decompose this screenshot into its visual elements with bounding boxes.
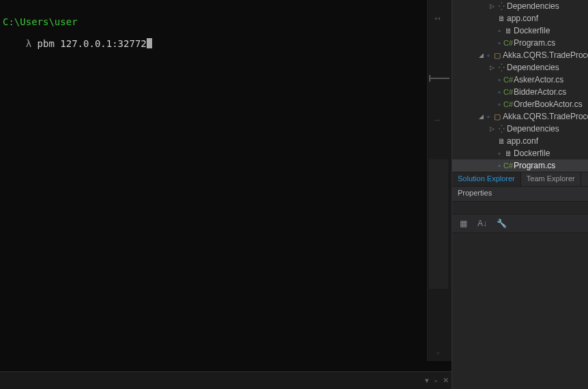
source-control-icon: ◦ [496, 100, 503, 108]
chevron-icon[interactable]: ◢ [477, 113, 485, 120]
panel-dropdown-icon[interactable]: ▾ [422, 376, 432, 385]
properties-header: Properties [452, 187, 588, 202]
solution-explorer-tree[interactable]: ▷⁛Dependencies🗎app.conf◦🗎Dockerfile◦C#Pr… [452, 0, 588, 172]
tree-item-label: Dependencies [507, 63, 588, 72]
tree-item-label: app.conf [507, 14, 588, 23]
cs-icon: C# [503, 100, 514, 108]
doc-icon: 🗎 [496, 137, 507, 145]
panel-pin-icon[interactable]: ▫ [432, 377, 440, 385]
source-control-icon: ◦ [496, 149, 503, 157]
chevron-icon[interactable]: ▷ [488, 125, 496, 132]
alphabetical-icon[interactable]: A↓ [475, 217, 489, 230]
tree-item-label: BidderActor.cs [514, 87, 588, 97]
doc-icon: 🗎 [503, 27, 514, 35]
cs-icon: C# [503, 88, 514, 96]
side-tab[interactable]: Solution Explorer [452, 172, 521, 186]
source-control-icon: ◦ [485, 112, 492, 121]
ref-icon: ⁛ [496, 2, 507, 11]
tree-item[interactable]: ◦C#AskerActor.cs [452, 74, 588, 86]
minimap-scroll-down-icon[interactable]: ⌄ [436, 347, 441, 356]
tree-item-label: Akka.CQRS.TradeProces [503, 112, 588, 121]
doc-icon: 🗎 [496, 14, 507, 22]
ref-icon: ⁛ [496, 125, 507, 134]
tree-item-label: OrderBookActor.cs [514, 99, 588, 109]
tree-item[interactable]: ◦C#BidderActor.cs [452, 86, 588, 98]
terminal[interactable]: C:\Users\user λ pbm 127.0.0.1:32772 ↤ — … [0, 0, 452, 389]
tree-item[interactable]: 🗎app.conf [452, 135, 588, 147]
properties-toolbar: ▦ A↓ 🔧 [452, 214, 588, 233]
minimap-marker-bracket [429, 78, 450, 82]
tree-item-label: Program.cs [514, 38, 588, 48]
tree-item-label: app.conf [507, 136, 588, 146]
doc-icon: 🗎 [503, 149, 514, 157]
chevron-icon[interactable]: ▷ [488, 3, 496, 10]
tree-item[interactable]: ▷⁛Dependencies [452, 0, 588, 12]
source-control-icon: ◦ [496, 27, 503, 35]
chevron-icon[interactable]: ◢ [477, 52, 485, 59]
cs-icon: C# [503, 76, 514, 84]
tree-item[interactable]: ◦🗎Dockerfile [452, 147, 588, 159]
tree-item[interactable]: ▷⁛Dependencies [452, 61, 588, 74]
tree-item-label: Dockerfile [514, 149, 588, 158]
wrench-icon[interactable]: 🔧 [495, 217, 508, 230]
tree-item[interactable]: ◢◦▢Akka.CQRS.TradeProces [452, 110, 588, 123]
chevron-icon[interactable]: ▷ [488, 64, 496, 71]
tree-item[interactable]: 🗎app.conf [452, 12, 588, 25]
minimap-marker-line: — [435, 114, 440, 125]
tree-item-label: Akka.CQRS.TradeProces [503, 50, 588, 60]
tree-item-label: Dependencies [507, 124, 588, 134]
cursor [147, 38, 152, 48]
tree-item[interactable]: ◦🗎Dockerfile [452, 25, 588, 37]
source-control-icon: ◦ [485, 51, 492, 59]
tree-item[interactable]: ▷⁛Dependencies [452, 123, 588, 135]
cs-icon: C# [503, 39, 514, 47]
source-control-icon: ◦ [496, 76, 503, 84]
tree-item-label: AskerActor.cs [514, 75, 588, 84]
side-panel: ▷⁛Dependencies🗎app.conf◦🗎Dockerfile◦C#Pr… [452, 0, 588, 389]
proj-icon: ▢ [492, 51, 503, 60]
output-panel-titlebar: ▾ ▫ ✕ [0, 371, 452, 389]
side-tab[interactable]: Team Explorer [521, 172, 581, 186]
tree-item-label: Dockerfile [514, 26, 588, 35]
tree-item-label: Dependencies [507, 1, 588, 11]
categorized-icon[interactable]: ▦ [456, 217, 470, 230]
tree-item-label: Program.cs [514, 161, 588, 170]
prompt-symbol: λ [26, 38, 31, 49]
ref-icon: ⁛ [496, 63, 507, 72]
terminal-command[interactable]: pbm 127.0.0.1:32772 [38, 38, 147, 49]
minimap-viewport[interactable] [429, 159, 448, 289]
terminal-cwd: C:\Users\user [3, 16, 78, 27]
proj-icon: ▢ [492, 112, 503, 121]
properties-body [452, 233, 588, 389]
source-control-icon: ◦ [496, 88, 503, 96]
tree-item[interactable]: ◢◦▢Akka.CQRS.TradeProces [452, 49, 588, 61]
side-panel-tabs: Solution ExplorerTeam Explorer [452, 172, 588, 187]
cs-icon: C# [503, 161, 514, 170]
source-control-icon: ◦ [496, 161, 503, 170]
source-control-icon: ◦ [496, 39, 503, 47]
panel-close-icon[interactable]: ✕ [440, 376, 452, 385]
minimap-marker-arrow: ↤ [435, 12, 440, 24]
minimap[interactable]: ↤ — ⌄ [427, 0, 452, 361]
tree-item[interactable]: ◦C#Program.cs [452, 159, 588, 172]
tree-item[interactable]: ◦C#OrderBookActor.cs [452, 98, 588, 110]
tree-item[interactable]: ◦C#Program.cs [452, 37, 588, 49]
